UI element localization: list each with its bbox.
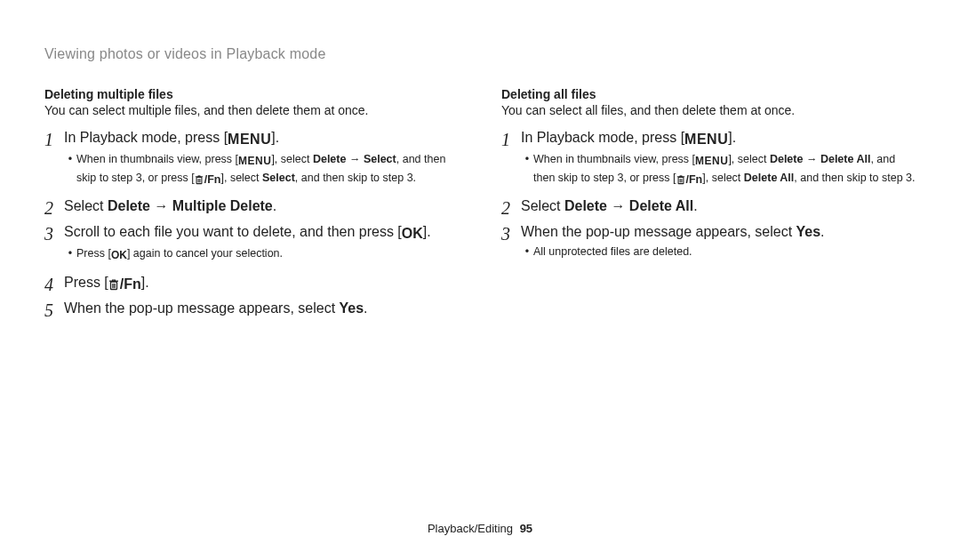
text: ], select — [702, 172, 744, 184]
bold-text: Multiple Delete — [172, 198, 273, 213]
steps-list: 1 In Playback mode, press [MENU]. When i… — [44, 128, 459, 321]
manual-page: Viewing photos or videos in Playback mod… — [0, 0, 960, 560]
bold-text: Delete — [108, 198, 150, 213]
text: Scroll to each file you want to delete, … — [64, 224, 402, 239]
step-5: 5 When the pop-up message appears, selec… — [44, 299, 459, 321]
text: Press [ — [76, 247, 111, 260]
trash-fn-button-label: /Fn — [676, 172, 703, 188]
text: Press [ — [64, 275, 108, 290]
bold-text: Yes — [340, 300, 364, 316]
step-number: 4 — [44, 273, 64, 295]
column-delete-multiple: Deleting multiple files You can select m… — [44, 87, 459, 324]
sub-bullets: When in thumbnails view, press [MENU], s… — [64, 151, 459, 188]
footer-page-number: 95 — [520, 522, 532, 535]
menu-button-label: MENU — [684, 130, 728, 149]
step-1: 1 In Playback mode, press [MENU]. When i… — [44, 128, 459, 193]
text: When the pop-up message appears, select — [521, 224, 796, 239]
text: ]. — [423, 224, 431, 239]
step-2: 2 Select Delete → Multiple Delete. — [44, 196, 459, 219]
sub-bullet: When in thumbnails view, press [MENU], s… — [64, 151, 459, 188]
step-body: Scroll to each file you want to delete, … — [64, 222, 459, 269]
trash-fn-button-label: /Fn — [195, 172, 221, 188]
sub-bullet: When in thumbnails view, press [MENU], s… — [521, 151, 916, 188]
bold-text: Select — [364, 153, 396, 165]
menu-button-label: MENU — [695, 154, 728, 169]
text: In Playback mode, press [ — [64, 130, 228, 145]
arrow: → — [346, 153, 363, 165]
text: Select — [64, 198, 108, 213]
page-footer: Playback/Editing 95 — [0, 522, 960, 535]
sub-bullet: Press [OK] again to cancel your selectio… — [64, 245, 459, 263]
section-title: Deleting all files — [501, 87, 916, 101]
step-3: 3 When the pop-up message appears, selec… — [501, 222, 916, 266]
text: In Playback mode, press [ — [521, 130, 684, 145]
trash-icon — [676, 174, 685, 185]
step-2: 2 Select Delete → Delete All. — [501, 196, 916, 219]
step-body: Select Delete → Multiple Delete. — [64, 196, 459, 216]
menu-button-label: MENU — [238, 154, 271, 169]
step-body: In Playback mode, press [MENU]. When in … — [64, 128, 459, 193]
step-number: 1 — [501, 128, 521, 150]
trash-icon — [108, 278, 119, 291]
text: . — [364, 300, 367, 316]
section-desc: You can select all files, and then delet… — [501, 103, 916, 117]
column-delete-all: Deleting all files You can select all fi… — [501, 87, 916, 324]
text: , and then skip to step 3. — [794, 172, 915, 184]
text: ], select — [728, 153, 770, 165]
page-header: Viewing photos or videos in Playback mod… — [44, 46, 916, 62]
arrow: → — [150, 198, 172, 213]
step-body: When the pop-up message appears, select … — [64, 299, 459, 318]
text: ]. — [271, 130, 279, 145]
step-number: 3 — [501, 222, 521, 244]
text: When the pop-up message appears, select — [64, 300, 340, 316]
step-body: When the pop-up message appears, select … — [521, 222, 916, 266]
section-desc: You can select multiple files, and then … — [44, 103, 459, 117]
step-body: Select Delete → Delete All. — [521, 196, 916, 216]
text: ], select — [220, 172, 262, 184]
sub-bullet: All unprotected files are deleted. — [521, 244, 916, 260]
ok-button-label: OK — [111, 248, 127, 263]
step-number: 2 — [44, 196, 64, 219]
menu-button-label: MENU — [228, 130, 271, 149]
arrow: → — [607, 198, 629, 213]
step-3: 3 Scroll to each file you want to delete… — [44, 222, 459, 269]
step-1: 1 In Playback mode, press [MENU]. When i… — [501, 128, 916, 193]
trash-fn-button-label: /Fn — [108, 275, 141, 294]
fn-label: Fn — [207, 173, 220, 186]
ok-button-label: OK — [402, 224, 423, 244]
fn-label: Fn — [689, 173, 702, 186]
bold-text: Select — [262, 172, 295, 184]
text: All unprotected files are deleted. — [533, 244, 692, 260]
steps-list: 1 In Playback mode, press [MENU]. When i… — [501, 128, 916, 265]
trash-icon — [195, 174, 204, 185]
step-body: In Playback mode, press [MENU]. When in … — [521, 128, 916, 193]
text: . — [693, 198, 697, 213]
text: . — [273, 198, 276, 213]
text: ]. — [141, 275, 149, 290]
text: When in thumbnails view, press [ — [533, 153, 695, 165]
bold-text: Delete — [564, 198, 607, 213]
sub-bullets: Press [OK] again to cancel your selectio… — [64, 245, 459, 263]
step-4: 4 Press [/Fn]. — [44, 273, 459, 295]
sub-bullets: All unprotected files are deleted. — [521, 244, 916, 260]
text: , and then skip to step 3. — [295, 172, 416, 184]
step-number: 2 — [501, 196, 521, 219]
step-number: 1 — [44, 128, 64, 150]
bold-text: Delete — [313, 153, 347, 165]
text: ]. — [728, 130, 736, 145]
step-number: 3 — [44, 222, 64, 244]
footer-section: Playback/Editing — [428, 522, 513, 535]
bold-text: Delete All — [629, 198, 693, 213]
section-title: Deleting multiple files — [44, 87, 459, 101]
step-number: 5 — [44, 299, 64, 321]
bold-text: Yes — [796, 224, 821, 239]
text: . — [820, 224, 824, 239]
fn-label: Fn — [124, 276, 141, 292]
sub-bullets: When in thumbnails view, press [MENU], s… — [521, 151, 916, 188]
text: Select — [521, 198, 564, 213]
step-body: Press [/Fn]. — [64, 273, 459, 294]
text: When in thumbnails view, press [ — [76, 153, 238, 165]
bold-text: Delete — [770, 153, 804, 165]
bold-text: Delete All — [820, 153, 871, 165]
text: ] again to cancel your selection. — [127, 247, 283, 260]
